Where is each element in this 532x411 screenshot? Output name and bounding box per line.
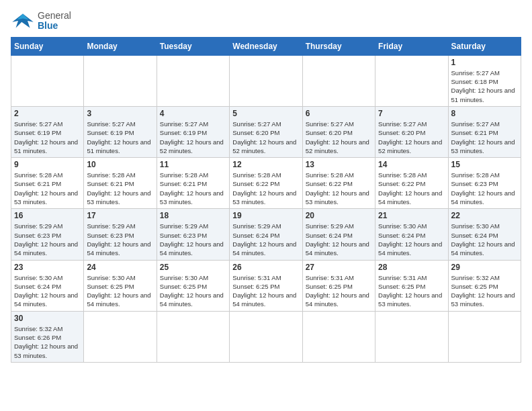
day-number: 18 bbox=[160, 211, 226, 220]
day-number: 17 bbox=[87, 211, 153, 220]
day-number: 9 bbox=[14, 160, 81, 169]
calendar-cell bbox=[302, 311, 375, 362]
day-number: 19 bbox=[232, 211, 299, 220]
day-number: 25 bbox=[160, 263, 226, 272]
calendar-cell: 19 Sunrise: 5:29 AM Sunset: 6:24 PM Dayl… bbox=[230, 209, 302, 260]
day-number: 16 bbox=[14, 211, 81, 220]
calendar-week-row: 30 Sunrise: 5:32 AM Sunset: 6:26 PM Dayl… bbox=[11, 311, 521, 362]
calendar-cell: 23 Sunrise: 5:30 AM Sunset: 6:24 PM Dayl… bbox=[11, 260, 84, 311]
calendar-cell: 22 Sunrise: 5:30 AM Sunset: 6:24 PM Dayl… bbox=[448, 209, 521, 260]
day-info: Sunrise: 5:28 AM Sunset: 6:22 PM Dayligh… bbox=[232, 171, 299, 206]
calendar-cell: 30 Sunrise: 5:32 AM Sunset: 6:26 PM Dayl… bbox=[11, 311, 84, 362]
day-number: 24 bbox=[87, 263, 153, 272]
calendar-cell: 15 Sunrise: 5:28 AM Sunset: 6:23 PM Dayl… bbox=[448, 158, 521, 209]
calendar-cell: 2 Sunrise: 5:27 AM Sunset: 6:19 PM Dayli… bbox=[11, 106, 84, 157]
calendar-cell: 26 Sunrise: 5:31 AM Sunset: 6:25 PM Dayl… bbox=[230, 260, 302, 311]
day-number: 27 bbox=[306, 263, 372, 272]
calendar-cell: 13 Sunrise: 5:28 AM Sunset: 6:22 PM Dayl… bbox=[302, 158, 375, 209]
day-header-thursday: Thursday bbox=[302, 37, 375, 55]
day-number: 23 bbox=[14, 263, 81, 272]
calendar-week-row: 16 Sunrise: 5:29 AM Sunset: 6:23 PM Dayl… bbox=[11, 209, 521, 260]
calendar-cell: 6 Sunrise: 5:27 AM Sunset: 6:20 PM Dayli… bbox=[302, 106, 375, 157]
day-info: Sunrise: 5:31 AM Sunset: 6:25 PM Dayligh… bbox=[306, 273, 372, 309]
day-number: 15 bbox=[451, 160, 518, 169]
day-info: Sunrise: 5:27 AM Sunset: 6:18 PM Dayligh… bbox=[451, 68, 518, 104]
calendar-cell bbox=[230, 311, 302, 362]
day-info: Sunrise: 5:28 AM Sunset: 6:22 PM Dayligh… bbox=[306, 171, 372, 206]
header: General Blue bbox=[11, 11, 521, 32]
calendar-cell bbox=[11, 55, 84, 106]
day-number: 6 bbox=[306, 109, 372, 118]
general-blue-logo-icon bbox=[11, 11, 35, 30]
calendar-cell bbox=[375, 311, 448, 362]
day-number: 22 bbox=[451, 211, 518, 220]
day-header-monday: Monday bbox=[84, 37, 157, 55]
calendar-week-row: 2 Sunrise: 5:27 AM Sunset: 6:19 PM Dayli… bbox=[11, 106, 521, 157]
day-number: 8 bbox=[451, 109, 518, 118]
day-header-saturday: Saturday bbox=[448, 37, 521, 55]
day-number: 20 bbox=[306, 211, 372, 220]
calendar-cell: 21 Sunrise: 5:30 AM Sunset: 6:24 PM Dayl… bbox=[375, 209, 448, 260]
calendar-cell: 24 Sunrise: 5:30 AM Sunset: 6:25 PM Dayl… bbox=[84, 260, 157, 311]
day-header-friday: Friday bbox=[375, 37, 448, 55]
day-number: 21 bbox=[378, 211, 445, 220]
calendar-cell: 4 Sunrise: 5:27 AM Sunset: 6:19 PM Dayli… bbox=[157, 106, 229, 157]
day-info: Sunrise: 5:30 AM Sunset: 6:25 PM Dayligh… bbox=[87, 273, 153, 309]
calendar-week-row: 1 Sunrise: 5:27 AM Sunset: 6:18 PM Dayli… bbox=[11, 55, 521, 106]
day-number: 28 bbox=[378, 263, 445, 272]
calendar-cell: 14 Sunrise: 5:28 AM Sunset: 6:22 PM Dayl… bbox=[375, 158, 448, 209]
logo-blue-text: Blue bbox=[38, 21, 71, 31]
day-number: 4 bbox=[160, 109, 226, 118]
calendar-cell: 9 Sunrise: 5:28 AM Sunset: 6:21 PM Dayli… bbox=[11, 158, 84, 209]
day-info: Sunrise: 5:30 AM Sunset: 6:24 PM Dayligh… bbox=[451, 222, 518, 257]
day-number: 11 bbox=[160, 160, 226, 169]
day-info: Sunrise: 5:29 AM Sunset: 6:23 PM Dayligh… bbox=[14, 222, 81, 257]
day-info: Sunrise: 5:30 AM Sunset: 6:24 PM Dayligh… bbox=[14, 273, 81, 309]
day-header-wednesday: Wednesday bbox=[230, 37, 302, 55]
calendar-cell bbox=[84, 311, 157, 362]
day-info: Sunrise: 5:28 AM Sunset: 6:21 PM Dayligh… bbox=[160, 171, 226, 206]
day-number: 29 bbox=[451, 263, 518, 272]
day-info: Sunrise: 5:27 AM Sunset: 6:20 PM Dayligh… bbox=[232, 120, 299, 155]
logo-general-text: General bbox=[38, 11, 71, 21]
calendar-cell bbox=[230, 55, 302, 106]
calendar-cell bbox=[448, 311, 521, 362]
day-info: Sunrise: 5:29 AM Sunset: 6:24 PM Dayligh… bbox=[232, 222, 299, 257]
calendar-cell: 8 Sunrise: 5:27 AM Sunset: 6:21 PM Dayli… bbox=[448, 106, 521, 157]
calendar-cell: 10 Sunrise: 5:28 AM Sunset: 6:21 PM Dayl… bbox=[84, 158, 157, 209]
days-header-row: SundayMondayTuesdayWednesdayThursdayFrid… bbox=[11, 37, 521, 55]
calendar-cell: 27 Sunrise: 5:31 AM Sunset: 6:25 PM Dayl… bbox=[302, 260, 375, 311]
day-info: Sunrise: 5:30 AM Sunset: 6:24 PM Dayligh… bbox=[378, 222, 445, 257]
calendar-week-row: 9 Sunrise: 5:28 AM Sunset: 6:21 PM Dayli… bbox=[11, 158, 521, 209]
day-info: Sunrise: 5:28 AM Sunset: 6:23 PM Dayligh… bbox=[451, 171, 518, 206]
calendar-cell bbox=[302, 55, 375, 106]
day-number: 12 bbox=[232, 160, 299, 169]
day-info: Sunrise: 5:32 AM Sunset: 6:25 PM Dayligh… bbox=[451, 273, 518, 309]
calendar-cell: 7 Sunrise: 5:27 AM Sunset: 6:20 PM Dayli… bbox=[375, 106, 448, 157]
day-info: Sunrise: 5:28 AM Sunset: 6:22 PM Dayligh… bbox=[378, 171, 445, 206]
calendar-cell bbox=[84, 55, 157, 106]
calendar-cell: 17 Sunrise: 5:29 AM Sunset: 6:23 PM Dayl… bbox=[84, 209, 157, 260]
day-info: Sunrise: 5:28 AM Sunset: 6:21 PM Dayligh… bbox=[87, 171, 153, 206]
day-header-sunday: Sunday bbox=[11, 37, 84, 55]
day-number: 1 bbox=[451, 58, 518, 67]
day-info: Sunrise: 5:27 AM Sunset: 6:20 PM Dayligh… bbox=[306, 120, 372, 155]
calendar-cell: 5 Sunrise: 5:27 AM Sunset: 6:20 PM Dayli… bbox=[230, 106, 302, 157]
calendar-cell bbox=[157, 55, 229, 106]
day-info: Sunrise: 5:27 AM Sunset: 6:19 PM Dayligh… bbox=[14, 120, 81, 155]
day-info: Sunrise: 5:28 AM Sunset: 6:21 PM Dayligh… bbox=[14, 171, 81, 206]
calendar-week-row: 23 Sunrise: 5:30 AM Sunset: 6:24 PM Dayl… bbox=[11, 260, 521, 311]
calendar-cell: 28 Sunrise: 5:31 AM Sunset: 6:25 PM Dayl… bbox=[375, 260, 448, 311]
day-info: Sunrise: 5:27 AM Sunset: 6:19 PM Dayligh… bbox=[160, 120, 226, 155]
calendar-cell bbox=[375, 55, 448, 106]
day-info: Sunrise: 5:31 AM Sunset: 6:25 PM Dayligh… bbox=[378, 273, 445, 309]
day-number: 7 bbox=[378, 109, 445, 118]
calendar-cell: 16 Sunrise: 5:29 AM Sunset: 6:23 PM Dayl… bbox=[11, 209, 84, 260]
calendar-cell: 18 Sunrise: 5:29 AM Sunset: 6:23 PM Dayl… bbox=[157, 209, 229, 260]
day-info: Sunrise: 5:31 AM Sunset: 6:25 PM Dayligh… bbox=[232, 273, 299, 309]
calendar-table: SundayMondayTuesdayWednesdayThursdayFrid… bbox=[11, 37, 521, 363]
calendar-cell: 3 Sunrise: 5:27 AM Sunset: 6:19 PM Dayli… bbox=[84, 106, 157, 157]
calendar-cell: 20 Sunrise: 5:29 AM Sunset: 6:24 PM Dayl… bbox=[302, 209, 375, 260]
day-info: Sunrise: 5:32 AM Sunset: 6:26 PM Dayligh… bbox=[14, 324, 81, 360]
calendar-cell: 29 Sunrise: 5:32 AM Sunset: 6:25 PM Dayl… bbox=[448, 260, 521, 311]
